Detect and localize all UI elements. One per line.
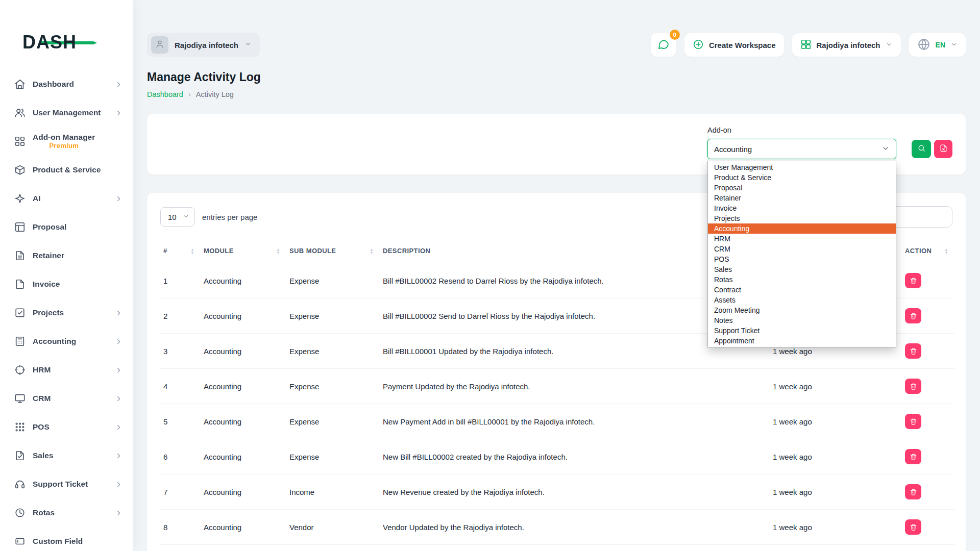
chevron-down-icon [182,213,189,221]
addon-option[interactable]: HRM [708,234,896,244]
addon-option[interactable]: Appointment [708,336,896,346]
cell-module: Accounting [201,404,286,439]
delete-activity-button[interactable] [905,343,921,359]
delete-activity-button[interactable] [905,273,921,288]
user-icon [155,39,165,51]
addon-option[interactable]: Contract [708,285,896,295]
cell-module: Accounting [201,263,286,298]
sidebar-item-crm[interactable]: CRM› [8,390,125,407]
cell-description: Vendor Updated by the Rajodiya infotech. [380,510,770,545]
delete-activity-button[interactable] [905,308,921,323]
addon-option[interactable]: Proposal [708,183,896,193]
addon-option[interactable]: Accounting [708,223,896,234]
cell-num: 6 [160,439,201,474]
cell-sub-module: Expense [286,263,380,298]
cell-module: Accounting [201,510,286,545]
sidebar-item-label: Add-on Manager [33,133,95,142]
ai-icon [14,193,26,204]
table-row: 6AccountingExpenseNew Bill #BILL00002 cr… [160,439,954,474]
sidebar-item-rotas[interactable]: Rotas› [8,504,125,521]
cell-description: New Bill #BILL00002 created by the Rajod… [380,439,770,474]
addon-option[interactable]: Product & Service [708,172,896,183]
cell-action [902,439,954,474]
addon-option[interactable]: Zoom Meeting [708,305,896,315]
addon-option[interactable]: Invoice [708,203,896,213]
sidebar-item-hrm[interactable]: HRM› [8,361,125,379]
column-header-sub-module[interactable]: SUB MODULE▲▼ [286,242,380,263]
avatar [151,36,168,54]
sidebar-item-user-management[interactable]: User Management› [8,104,125,121]
addon-option[interactable]: User Management [708,162,896,172]
chevron-right-icon: › [117,336,120,347]
delete-activity-button[interactable] [905,414,921,429]
workspace-dropdown[interactable]: Rajodiya infotech [792,33,901,57]
delete-activity-button[interactable] [905,449,921,464]
cell-module: Accounting [201,439,286,474]
column-header-num[interactable]: #▲▼ [160,242,201,263]
retainer-icon [14,250,26,261]
crm-icon [14,393,26,404]
delete-activity-button[interactable] [905,484,921,499]
sidebar-item-pos[interactable]: POS› [8,418,125,436]
addon-option[interactable]: Assets [708,295,896,305]
sidebar-item-ai[interactable]: AI› [8,190,125,207]
sidebar-item-support-ticket[interactable]: Support Ticket› [8,475,125,493]
addon-option[interactable]: Retainer [708,193,896,203]
cell-num: 8 [160,510,201,545]
addon-select-dropdown: User ManagementProduct & ServiceProposal… [707,161,896,347]
sidebar-item-projects[interactable]: Projects› [8,304,125,321]
sidebar-item-add-on-manager[interactable]: Add-on ManagerPremium [8,133,125,150]
addon-option[interactable]: Rotas [708,274,896,285]
addon-select[interactable]: Accounting [707,139,896,159]
sidebar-item-retainer[interactable]: Retainer [8,247,125,264]
addon-icon [14,136,26,147]
topbar: Rajodiya infotech 0 Create Workspace Raj… [147,33,966,57]
sidebar-item-product-service[interactable]: Product & Service [8,161,125,179]
trash-icon [910,488,917,496]
addon-option[interactable]: POS [708,254,896,264]
sidebar-item-proposal[interactable]: Proposal [8,218,125,236]
breadcrumb: Dashboard › Activity Log [147,90,966,98]
addon-option[interactable]: Notes [708,315,896,325]
trash-icon [910,312,917,320]
cell-sub-module: Expense [286,439,380,474]
delete-activity-button[interactable] [905,519,921,535]
workspace-chip[interactable]: Rajodiya infotech [147,33,260,57]
cell-date: 1 week ago [770,439,902,474]
sidebar-item-accounting[interactable]: Accounting› [8,333,125,350]
sidebar-item-dashboard[interactable]: Dashboard› [8,76,125,93]
addon-option[interactable]: Sales [708,264,896,274]
table-row: 8AccountingVendorVendor Updated by the R… [160,510,954,545]
addon-option[interactable]: Support Ticket [708,325,896,336]
breadcrumb-dashboard-link[interactable]: Dashboard [147,90,183,98]
sort-icon: ▲▼ [944,248,948,255]
entries-per-page-label: entries per page [202,213,257,221]
cell-sub-module: Expense [286,334,380,369]
delete-activity-button[interactable] [905,379,921,394]
sidebar-item-label: Support Ticket [33,480,88,489]
sidebar-item-sales[interactable]: Sales› [8,447,125,464]
language-dropdown[interactable]: EN [909,33,966,57]
invoice-icon [14,279,26,290]
column-header-action[interactable]: ACTION▲▼ [902,242,954,263]
addon-option[interactable]: CRM [708,244,896,254]
addon-option[interactable]: Projects [708,213,896,223]
sidebar-item-label: Retainer [33,251,64,261]
search-button[interactable] [912,140,931,158]
proposal-icon [14,221,26,233]
sidebar-item-invoice[interactable]: Invoice [8,276,125,293]
sidebar-item-label: Projects [33,308,64,318]
entries-per-page-select[interactable]: 10 [160,207,195,227]
sidebar-item-custom-field[interactable]: Custom Field [8,533,125,550]
column-header-module[interactable]: MODULE▲▼ [201,242,286,263]
chevron-right-icon: › [117,507,120,518]
cell-num: 1 [160,263,201,298]
rotas-icon [14,507,26,518]
cell-description: New Payment Add in bill #BILL00001 by th… [380,404,770,439]
create-workspace-button[interactable]: Create Workspace [684,33,784,57]
table-row: 7AccountingIncomeNew Revenue created by … [160,474,954,510]
messages-button[interactable]: 0 [651,33,676,57]
breadcrumb-current: Activity Log [196,90,234,98]
sidebar-item-label: POS [33,422,50,432]
export-button[interactable] [934,140,952,158]
